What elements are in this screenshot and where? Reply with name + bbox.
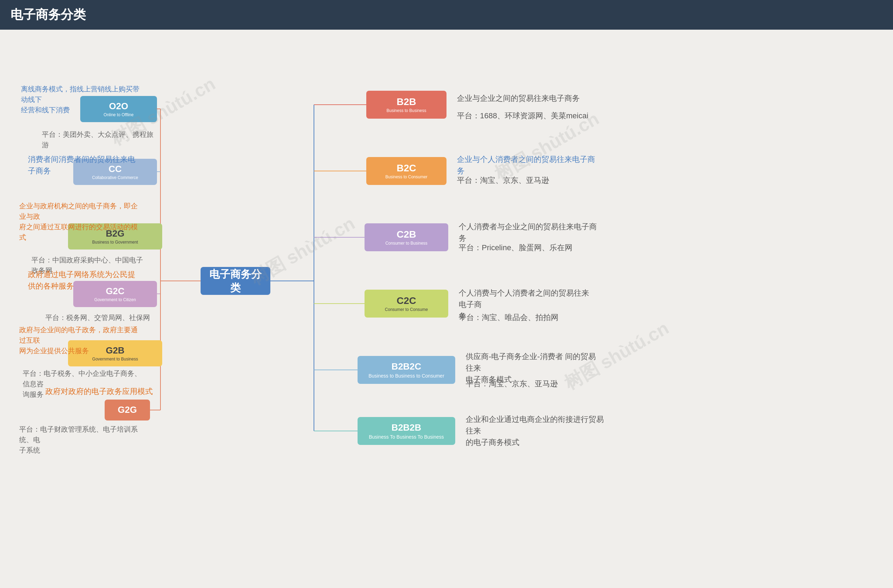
- c2b-platform: 平台：Priceline、脸蛋网、乐在网: [459, 242, 573, 253]
- main-content: 树图 shùtú.cn 树图 shùtú.cn 树图 shùtú.cn 树图 s…: [0, 30, 893, 581]
- b2b2b-desc: 企业和企业通过电商企业的衔接进行贸易往来的电子商务模式: [466, 414, 605, 448]
- b2b2c-line1: B2B2C: [368, 361, 444, 373]
- b2b-line2: Business to Business: [386, 108, 426, 114]
- b2b2b-line2: Business To Business To Business: [369, 434, 444, 440]
- b2b2b-node: B2B2B Business To Business To Business: [358, 417, 455, 445]
- b2c-line1: B2C: [385, 162, 428, 174]
- b2c-node: B2C Business to Consumer: [366, 157, 446, 185]
- b2b-line1: B2B: [386, 96, 426, 108]
- o2o-desc: 离线商务模式，指线上营销线上购买带动线下经营和线下消费: [21, 84, 140, 115]
- g2g-platform: 平台：电子财政管理系统、电子培训系统、电子系统: [19, 424, 138, 456]
- b2b2b-line1: B2B2B: [369, 422, 444, 434]
- b2b2c-line2: Business to Business to Consumer: [368, 373, 444, 379]
- g2g-line1: G2G: [118, 404, 137, 416]
- g2g-desc: 政府对政府的电子政务应用模式: [45, 386, 153, 397]
- c2b-line2: Consumer to Business: [385, 241, 428, 247]
- b2c-line2: Business to Consumer: [385, 174, 428, 180]
- center-label: 电子商务分类: [205, 267, 266, 295]
- page-title: 电子商务分类: [11, 8, 86, 22]
- b2c-platform: 平台：淘宝、京东、亚马逊: [457, 174, 549, 186]
- c2c-node: C2C Consumer to Consume: [365, 290, 448, 317]
- g2c-platform: 平台：税务网、交管局网、社保网: [45, 312, 150, 323]
- b2b-node: B2B Business to Business: [366, 91, 446, 119]
- c2c-line2: Consumer to Consume: [385, 307, 428, 313]
- g2c-desc: 政府通过电子网络系统为公民提供的各种服务: [28, 269, 140, 292]
- b2c-desc: 企业与个人消费者之间的贸易往来电子商务: [457, 153, 597, 177]
- header: 电子商务分类: [0, 0, 893, 30]
- c2b-line1: C2B: [385, 228, 428, 241]
- c2b-node: C2B Consumer to Business: [365, 223, 448, 251]
- center-node: 电子商务分类: [201, 267, 271, 295]
- g2b-desc: 政府与企业间的电子政务，政府主要通过互联网为企业提供公共服务: [19, 325, 138, 356]
- g2g-node: G2G: [105, 400, 150, 421]
- g2c-line2: Government to Citizen: [94, 297, 136, 303]
- o2o-platform: 平台：美团外卖、大众点评、携程旅游: [42, 129, 153, 150]
- b2b-platform: 平台：1688、环球资源网、美菜meicai: [457, 110, 588, 122]
- b2b2c-platform: 平台：淘宝、京东、亚马逊: [466, 378, 558, 389]
- c2b-desc: 个人消费者与企业之间的贸易往来电子商务: [459, 221, 598, 244]
- b2b2c-node: B2B2C Business to Business to Consumer: [358, 356, 455, 384]
- b2b-desc: 企业与企业之间的贸易往来电子商务: [457, 92, 580, 104]
- c2c-platform: 平台：淘宝、唯品会、拍拍网: [459, 311, 558, 323]
- b2g-desc: 企业与政府机构之间的电子商务，即企业与政府之间通过互联网进行的交易活动的模式: [19, 201, 138, 242]
- g2b-line2: Government to Business: [92, 356, 138, 362]
- cc-desc: 消费者间消费者间的贸易往来电子商务: [28, 153, 140, 177]
- c2c-line1: C2C: [385, 295, 428, 307]
